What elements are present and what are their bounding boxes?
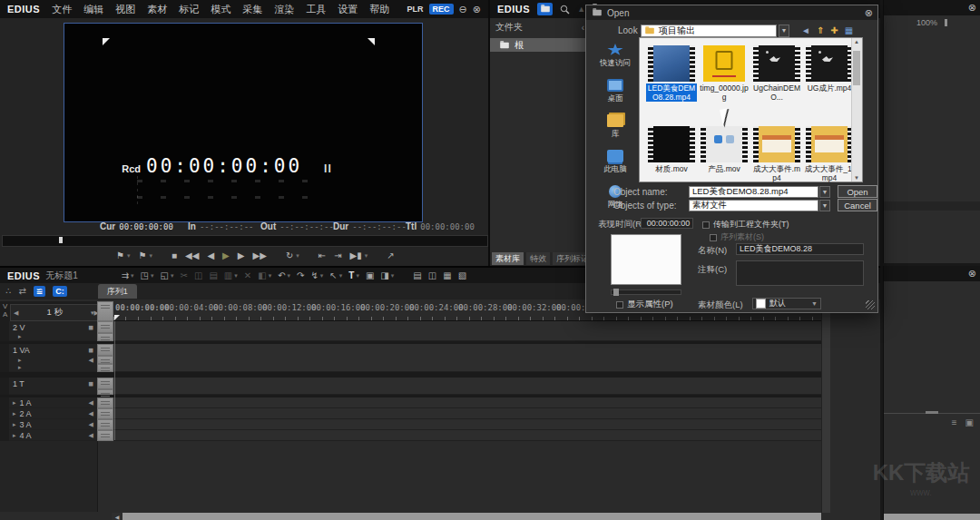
track-lane-3a[interactable]	[113, 419, 821, 430]
voiceover-icon[interactable]: ▣	[366, 270, 374, 280]
transfer-checkbox-row[interactable]: 传输到工程文件夹(T)	[702, 219, 789, 231]
材质.mov[interactable]: 材质.mov	[646, 126, 697, 173]
track-lane-1t[interactable]	[113, 378, 821, 389]
timg_00000.jpg[interactable]: timg_00000.jpg	[699, 45, 750, 102]
clip-color-select[interactable]: 默认 ▼	[752, 298, 821, 309]
send-to-timeline-icon[interactable]: ⇉	[122, 270, 129, 280]
time-scale-selector[interactable]: ◀ 1 秒 ▾ ▶	[10, 304, 103, 321]
track-header-3a[interactable]: ▸ 3 A ◀	[9, 419, 97, 430]
sequence-tab[interactable]: 序列1	[98, 284, 137, 299]
speaker-icon[interactable]: ◀	[89, 357, 93, 364]
next-edit-icon[interactable]: ▶▮	[350, 250, 362, 260]
places-item[interactable]: 桌面	[607, 79, 623, 104]
track-lane-1a[interactable]	[113, 397, 821, 408]
frame-forward-icon[interactable]: ▶	[238, 250, 245, 260]
set-in-flag-icon[interactable]: ⚑	[116, 250, 124, 260]
slider-handle[interactable]	[59, 237, 63, 243]
layout-single-icon[interactable]: ▤	[413, 270, 421, 280]
object-name-dropdown-icon[interactable]: ▼	[819, 186, 830, 198]
track-header-1va[interactable]: 1 VA ◼	[9, 344, 97, 356]
snap-mode-icon[interactable]: ∴	[5, 286, 11, 297]
track-lane-2a[interactable]	[113, 408, 821, 419]
menu-item[interactable]: 编辑	[83, 3, 103, 16]
insert-overwrite-mode-icon[interactable]: ≌	[34, 286, 46, 297]
track-lane-2v[interactable]	[113, 321, 821, 333]
close-icon[interactable]: ⊗	[968, 3, 976, 13]
redo-icon[interactable]: ↷	[297, 270, 304, 280]
dropdown-caret[interactable]: ▾	[127, 252, 131, 260]
view-menu-icon[interactable]: ▦	[845, 25, 853, 35]
dropdown-caret[interactable]: ▾	[269, 272, 272, 280]
places-item[interactable]: 快速访问	[600, 44, 631, 69]
dropdown-caret[interactable]: ▾	[356, 272, 359, 280]
play-icon[interactable]: ▶	[222, 250, 230, 260]
object-name-input[interactable]: LED美食DEMO8.28.mp4	[689, 186, 818, 198]
layout-grid-icon[interactable]: ▦	[443, 270, 451, 280]
frame-back-icon[interactable]: ◀	[207, 250, 214, 260]
track-header-2a[interactable]: ▸ 2 A ◀	[9, 408, 97, 419]
timeline-capture-icon[interactable]: C:	[53, 286, 67, 297]
open-project-icon[interactable]: ◳	[141, 270, 149, 280]
scroll-up-icon[interactable]: ▲	[854, 39, 859, 44]
track-handle[interactable]	[97, 397, 113, 408]
trash-icon[interactable]: ▣	[965, 417, 974, 427]
UgChainDEMO...[interactable]: UgChainDEMO...	[751, 45, 802, 102]
plr-mode-button[interactable]: PLR	[407, 5, 424, 14]
track-handle[interactable]	[97, 378, 113, 389]
dropdown-caret[interactable]: ▾	[171, 272, 174, 280]
成大大事件.mp4[interactable]: 成大大事件.mp4	[751, 126, 802, 182]
divider-handle[interactable]	[926, 411, 938, 414]
成大大事件_1.mp4[interactable]: 成大大事件_1.mp4	[804, 126, 855, 182]
ruler-drag-handle[interactable]	[97, 301, 113, 321]
speaker-icon[interactable]: ◀	[89, 432, 93, 439]
export-icon[interactable]: ↗	[387, 250, 394, 260]
scrollbar-thumb[interactable]	[853, 51, 860, 85]
expander-icon[interactable]: ▸	[13, 410, 16, 417]
close-icon[interactable]: ⊗	[865, 8, 873, 18]
goto-out-icon[interactable]: ⇥	[334, 250, 341, 260]
slider-handle[interactable]	[613, 289, 619, 296]
dropdown-caret[interactable]: ▾	[391, 272, 395, 280]
expander-icon[interactable]: ▸	[18, 364, 22, 371]
dropdown-caret[interactable]: ▾	[288, 272, 291, 280]
look-in-dropdown-icon[interactable]: ▼	[779, 25, 789, 37]
zoom-slider[interactable]	[945, 19, 947, 26]
scrollbar-strip[interactable]	[884, 514, 980, 520]
up-one-level-icon[interactable]: ⇑	[817, 25, 824, 35]
rewind-icon[interactable]: ◀◀	[185, 250, 199, 260]
speaker-icon[interactable]: ◀	[89, 421, 93, 428]
expander-icon[interactable]: ▸	[13, 399, 16, 407]
file-list-scrollbar[interactable]: ▲ ▼	[851, 38, 862, 182]
checkbox[interactable]	[616, 301, 623, 309]
track-handle[interactable]	[97, 430, 113, 441]
track-header-4a[interactable]: ▸ 4 A ◀	[9, 430, 97, 441]
menu-item[interactable]: 视图	[115, 3, 135, 16]
objects-type-select[interactable]: 素材文件	[689, 200, 818, 211]
menu-item[interactable]: 采集	[242, 3, 262, 16]
close-icon[interactable]: ⊗	[473, 4, 481, 15]
menu-item[interactable]: 模式	[211, 3, 230, 16]
title-tool-icon[interactable]: T	[348, 270, 354, 280]
video-monitor-icon[interactable]: ◼	[88, 380, 93, 388]
vertical-scrollbar[interactable]	[821, 301, 830, 513]
scroll-left-icon[interactable]: ◀	[112, 513, 122, 520]
minimize-icon[interactable]: ⊖	[459, 4, 467, 15]
track-handle[interactable]	[97, 344, 113, 356]
dropdown-caret[interactable]: ▾	[149, 252, 152, 260]
menu-item[interactable]: 帮助	[369, 3, 389, 16]
new-folder-icon[interactable]: ✚	[830, 25, 838, 35]
menu-item[interactable]: 标记	[179, 3, 199, 16]
menu-item[interactable]: 渲染	[274, 3, 294, 16]
resize-grip[interactable]	[866, 300, 875, 309]
position-slider[interactable]	[2, 235, 488, 247]
dropdown-caret[interactable]: ▾	[131, 272, 134, 280]
dropdown-caret[interactable]: ▼	[811, 300, 818, 307]
track-lane-4a[interactable]	[113, 430, 821, 441]
paste-icon[interactable]: ▤	[209, 270, 217, 280]
layout-custom-icon[interactable]: ▧	[458, 270, 466, 280]
preview-scrub-slider[interactable]	[611, 289, 681, 295]
root-folder-item[interactable]: 根	[490, 38, 590, 52]
scroll-down-icon[interactable]: ▼	[854, 175, 859, 181]
track-lane-1va[interactable]	[113, 344, 821, 356]
checkbox[interactable]	[702, 221, 710, 229]
